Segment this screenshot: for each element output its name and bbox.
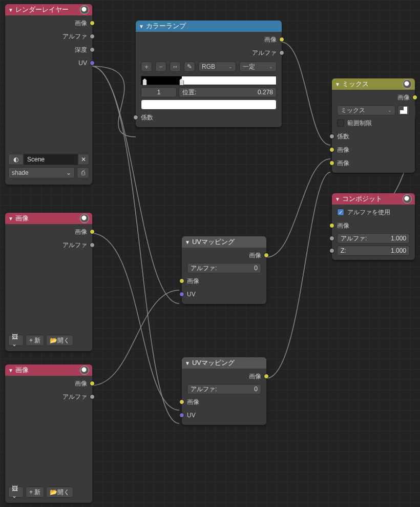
socket-in-uv[interactable] [179,292,184,297]
socket-in-image[interactable] [179,399,184,404]
layer-dropdown[interactable]: shade⌄ [8,167,75,178]
output-image: 画像 [5,225,92,238]
collapse-icon[interactable]: ▼ [185,239,190,245]
socket-out-image[interactable] [90,229,95,234]
node-header[interactable]: ▼ ミックス [332,78,415,90]
node-render-layers[interactable]: ▼ レンダーレイヤー 画像 アルファ 深度 UV ◐ Scene ✕ shade [5,4,92,185]
clamp-checkbox[interactable] [337,119,344,127]
alpha-field[interactable]: アルファ:1.000 [337,233,410,244]
color-swatch-button[interactable] [397,105,410,115]
socket-in-image[interactable] [179,278,184,283]
node-image-2[interactable]: ▼ 画像 画像 アルファ 🖼⌄ + 新 📂開く [5,364,92,503]
node-title: 画像 [15,214,80,223]
alpha-field[interactable]: アルファ:0 [187,263,261,273]
socket-out-image[interactable] [264,374,269,379]
collapse-icon[interactable]: ▼ [335,196,340,202]
new-image-button[interactable]: + 新 [26,486,44,498]
node-title: UVマッピング [192,237,263,247]
color-ramp-gradient[interactable] [141,76,277,85]
alpha-field[interactable]: アルファ:0 [187,384,261,394]
layer-pin-icon[interactable]: ⎙ [77,167,89,178]
node-header[interactable]: ▼ UVマッピング [182,236,266,248]
stop-index-field[interactable]: 1 [141,87,177,97]
preview-toggle-icon[interactable] [403,194,412,204]
socket-in-image1[interactable] [329,147,334,152]
collapse-icon[interactable]: ▼ [139,24,144,29]
output-alpha: アルファ [5,238,92,252]
socket-in-fac[interactable] [133,115,138,120]
preview-toggle-icon[interactable] [80,5,89,14]
socket-in-alpha[interactable] [329,236,334,241]
socket-out-alpha[interactable] [90,242,95,248]
input-fac: 係数 [332,130,415,143]
output-alpha: アルファ [5,30,92,43]
input-image: 画像 [182,274,266,288]
node-uvmap-2[interactable]: ▼ UVマッピング 画像 アルファ:0 画像 UV [182,357,266,425]
socket-in-uv[interactable] [179,413,184,418]
ramp-interp-dropdown[interactable]: 一定⌄ [239,62,277,72]
node-mix[interactable]: ▼ ミックス 画像 ミックス⌄ 範囲制限 係数 画像 画像 [332,78,415,173]
output-uv: UV [5,56,92,70]
node-title: レンダーレイヤー [15,5,80,14]
socket-in-image2[interactable] [329,160,334,166]
stop-color-swatch[interactable] [141,99,277,110]
node-header[interactable]: ▼ 画像 [5,213,92,224]
output-image: 画像 [182,249,266,262]
node-header[interactable]: ▼ コンポジット [332,193,415,205]
node-header[interactable]: ▼ カラーランプ [136,21,282,32]
socket-in-fac[interactable] [329,134,334,139]
collapse-icon[interactable]: ▼ [8,216,13,221]
socket-out-image[interactable] [412,95,417,100]
scene-icon[interactable]: ◐ [8,154,24,165]
blend-mode-dropdown[interactable]: ミックス⌄ [337,105,395,115]
socket-in-z[interactable] [329,248,334,253]
use-alpha-row: ✓ アルファを使用 [332,206,415,219]
socket-out-alpha[interactable] [90,34,95,39]
stop-position-field[interactable]: 位置:0.278 [179,87,277,97]
open-image-button[interactable]: 📂開く [46,486,73,498]
output-image: 画像 [5,16,92,30]
socket-out-depth[interactable] [90,47,95,52]
use-alpha-checkbox[interactable]: ✓ [337,209,344,216]
eyedropper-button[interactable]: ✎ [184,62,195,72]
open-image-button[interactable]: 📂開く [46,335,73,346]
node-image-1[interactable]: ▼ 画像 画像 アルファ 🖼⌄ + 新 📂開く [5,213,92,351]
socket-out-image[interactable] [90,381,95,386]
socket-out-image[interactable] [279,37,284,42]
socket-in-image[interactable] [329,223,334,228]
z-field[interactable]: Z:1.000 [337,246,410,256]
image-selector-dropdown[interactable]: 🖼⌄ [8,335,24,346]
socket-out-uv[interactable] [90,60,95,66]
input-uv: UV [182,409,266,422]
collapse-icon[interactable]: ▼ [185,360,190,366]
chevron-down-icon: ⌄ [228,64,233,69]
flip-ramp-button[interactable]: ↔ [170,62,181,72]
node-color-ramp[interactable]: ▼ カラーランプ 画像 アルファ ＋ － ↔ ✎ RGB⌄ 一定⌄ [136,21,282,127]
output-alpha: アルファ [5,390,92,403]
collapse-icon[interactable]: ▼ [8,368,13,373]
socket-out-alpha[interactable] [90,394,95,399]
ramp-mode-dropdown[interactable]: RGB⌄ [198,62,236,72]
scene-clear-button[interactable]: ✕ [78,154,89,165]
image-selector-dropdown[interactable]: 🖼⌄ [8,486,24,498]
input-image: 画像 [332,219,415,232]
socket-out-image[interactable] [90,21,95,26]
node-header[interactable]: ▼ レンダーレイヤー [5,4,92,15]
preview-toggle-icon[interactable] [403,79,412,89]
collapse-icon[interactable]: ▼ [8,7,13,13]
output-image: 画像 [5,377,92,390]
socket-out-alpha[interactable] [279,50,284,55]
node-header[interactable]: ▼ UVマッピング [182,357,266,369]
preview-toggle-icon[interactable] [80,366,89,375]
scene-field[interactable]: Scene [24,154,78,165]
node-composite[interactable]: ▼ コンポジット ✓ アルファを使用 画像 アルファ:1.000 Z:1.000 [332,193,415,260]
node-header[interactable]: ▼ 画像 [5,364,92,376]
remove-stop-button[interactable]: － [155,62,166,72]
socket-out-image[interactable] [264,253,269,258]
preview-toggle-icon[interactable] [80,214,89,223]
collapse-icon[interactable]: ▼ [335,82,340,87]
node-uvmap-1[interactable]: ▼ UVマッピング 画像 アルファ:0 画像 UV [182,236,266,304]
new-image-button[interactable]: + 新 [26,335,44,346]
node-title: ミックス [342,79,403,89]
add-stop-button[interactable]: ＋ [141,62,152,72]
